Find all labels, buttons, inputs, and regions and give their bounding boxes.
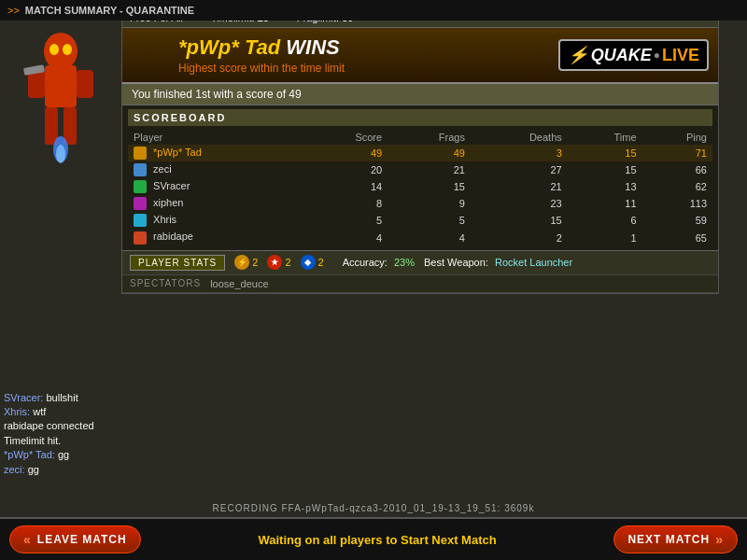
player-name-cell: zeci (128, 161, 303, 178)
win-section: *pWp* Tad WINS Highest score within the … (122, 28, 718, 84)
chat-name: *pWp* Tad: (4, 449, 55, 460)
accuracy-info: Accuracy: 23% (343, 257, 415, 268)
character-area (5, 23, 117, 191)
col-score: Score (303, 130, 388, 145)
leave-arrow-icon: « (23, 532, 32, 547)
frags-cell: 21 (388, 161, 471, 178)
next-arrow-icon: » (715, 532, 724, 547)
best-weapon-info: Best Weapon: Rocket Launcher (424, 257, 572, 268)
chat-line: rabidape connected (4, 419, 118, 433)
table-row: SVracer 14 15 21 13 62 (128, 178, 712, 195)
chat-msg: gg (28, 464, 39, 475)
medal-blue-icon: ◆ (301, 255, 316, 270)
time-cell: 13 (568, 178, 642, 195)
score-cell: 4 (303, 229, 388, 245)
quake-logo-icon: ⚡ (568, 45, 588, 65)
svg-point-0 (44, 33, 78, 70)
recording-bar: RECORDING FFA-pWpTad-qzca3-2010_01_19-13… (0, 503, 747, 513)
chat-msg: bullshit (46, 392, 78, 403)
bottom-bar: « LEAVE MATCH Waiting on all players to … (0, 517, 747, 560)
svg-rect-1 (45, 65, 77, 107)
col-deaths: Deaths (471, 130, 568, 145)
svg-rect-3 (77, 70, 93, 98)
chat-area: SVracer: bullshitXhris: wtfrabidape conn… (0, 387, 121, 481)
col-ping: Ping (642, 130, 712, 145)
score-cell: 20 (303, 161, 388, 178)
time-cell: 1 (568, 229, 642, 245)
finish-line: You finished 1st with a score of 49 (122, 84, 718, 105)
win-subtitle: Highest score within the time limit (178, 62, 345, 75)
deaths-cell: 2 (471, 229, 568, 245)
win-text-block: *pWp* Tad WINS Highest score within the … (178, 35, 345, 75)
chat-event: rabidape connected (4, 420, 94, 431)
time-cell: 11 (568, 195, 642, 212)
player-name-cell: SVracer (128, 178, 303, 195)
ping-cell: 59 (642, 212, 712, 229)
top-bar: >> MATCH SUMMARY - Quarantine (0, 0, 747, 21)
col-player: Player (128, 130, 303, 145)
character-icon (19, 23, 103, 191)
scoreboard-header-row: Player Score Frags Deaths Time Ping (128, 130, 712, 145)
best-weapon-value: Rocket Launcher (495, 257, 572, 268)
frags-cell: 49 (388, 145, 471, 161)
svg-rect-5 (63, 107, 77, 145)
table-row: xiphen 8 9 23 11 113 (128, 195, 712, 212)
chat-line: *pWp* Tad: gg (4, 448, 118, 462)
frags-cell: 9 (388, 195, 471, 212)
table-row: *pWp* Tad 49 49 3 15 71 (128, 145, 712, 161)
next-match-label: NEXT MATCH (627, 533, 710, 546)
frags-cell: 5 (388, 212, 471, 229)
deaths-cell: 3 (471, 145, 568, 161)
ping-cell: 71 (642, 145, 712, 161)
leave-match-button[interactable]: « LEAVE MATCH (9, 525, 141, 553)
chat-name: zeci: (4, 464, 25, 475)
time-cell: 15 (568, 145, 642, 161)
chat-name: Xhris: (4, 406, 30, 417)
spectators-names: loose_deuce (210, 278, 268, 289)
score-cell: 5 (303, 212, 388, 229)
scoreboard-title: SCOREBOARD (128, 109, 712, 126)
top-bar-arrow: >> (7, 5, 20, 16)
score-cell: 8 (303, 195, 388, 212)
spectators-bar: SPECTATORS loose_deuce (122, 275, 718, 293)
time-cell: 15 (568, 161, 642, 178)
table-row: rabidape 4 4 2 1 65 (128, 229, 712, 245)
deaths-cell: 21 (471, 178, 568, 195)
win-title: *pWp* Tad WINS (178, 35, 345, 60)
chat-msg: wtf (33, 406, 46, 417)
scoreboard-table: Player Score Frags Deaths Time Ping *pWp… (128, 130, 712, 246)
top-bar-title: MATCH SUMMARY - Quarantine (25, 5, 194, 16)
chat-name: SVracer: (4, 392, 43, 403)
chat-msg: gg (58, 449, 69, 460)
score-cell: 49 (303, 145, 388, 161)
player-stats-bar: PLAYER STATS ⚡ 2 ★ 2 ◆ 2 Accuracy: 23% B… (122, 250, 718, 275)
deaths-cell: 27 (471, 161, 568, 178)
winner-name: *pWp* Tad (178, 35, 280, 59)
svg-rect-4 (45, 107, 58, 145)
quake-logo-text: QUAKE (591, 46, 652, 65)
chat-line: Xhris: wtf (4, 405, 118, 419)
medal-impressive: ◆ 2 (301, 255, 324, 270)
medal-red-icon: ★ (267, 255, 282, 270)
medal-gauntlet: ⚡ 2 (234, 255, 258, 270)
col-time: Time (568, 130, 642, 145)
bottom-status-text: Waiting on all players to Start Next Mat… (258, 533, 496, 547)
table-row: zeci 20 21 27 15 66 (128, 161, 712, 178)
ping-cell: 62 (642, 178, 712, 195)
frags-cell: 4 (388, 229, 471, 245)
player-stats-label[interactable]: PLAYER STATS (130, 255, 225, 271)
leave-match-label: LEAVE MATCH (37, 533, 127, 546)
table-row: Xhris 5 5 15 6 59 (128, 212, 712, 229)
svg-point-6 (49, 44, 59, 55)
next-match-button[interactable]: NEXT MATCH » (613, 525, 738, 553)
scoreboard-section: SCOREBOARD Player Score Frags Deaths Tim… (122, 105, 718, 250)
svg-point-7 (63, 44, 72, 55)
medal-excellent: ★ 2 (267, 255, 290, 270)
medal-gold-icon: ⚡ (234, 255, 249, 270)
spectators-label: SPECTATORS (130, 278, 201, 289)
ping-cell: 66 (642, 161, 712, 178)
deaths-cell: 23 (471, 195, 568, 212)
score-cell: 14 (303, 178, 388, 195)
chat-line: zeci: gg (4, 463, 118, 477)
ping-cell: 113 (642, 195, 712, 212)
